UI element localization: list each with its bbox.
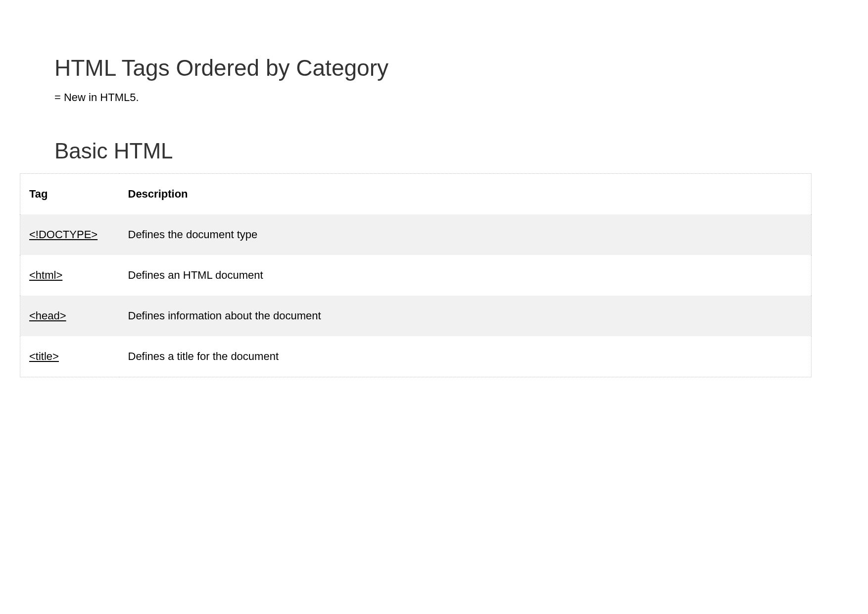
section-heading-basic-html: Basic HTML	[54, 139, 848, 163]
tag-link[interactable]: <head>	[29, 309, 66, 322]
tag-description: Defines information about the document	[119, 296, 812, 336]
table-row: <title> Defines a title for the document	[20, 336, 812, 377]
reference-table: Tag Description <!DOCTYPE> Defines the d…	[20, 173, 812, 377]
tag-link[interactable]: <title>	[29, 350, 59, 362]
tag-link[interactable]: <html>	[29, 269, 62, 281]
col-header-tag: Tag	[20, 174, 119, 215]
table-row: <html> Defines an HTML document	[20, 255, 812, 296]
table-row: <head> Defines information about the doc…	[20, 296, 812, 336]
tag-description: Defines a title for the document	[119, 336, 812, 377]
tag-link[interactable]: <!DOCTYPE>	[29, 228, 97, 241]
table-header-row: Tag Description	[20, 174, 812, 215]
col-header-description: Description	[119, 174, 812, 215]
tag-description: Defines the document type	[119, 214, 812, 255]
tag-description: Defines an HTML document	[119, 255, 812, 296]
html5-note: = New in HTML5.	[54, 91, 848, 104]
table-row: <!DOCTYPE> Defines the document type	[20, 214, 812, 255]
page-title: HTML Tags Ordered by Category	[54, 54, 848, 81]
